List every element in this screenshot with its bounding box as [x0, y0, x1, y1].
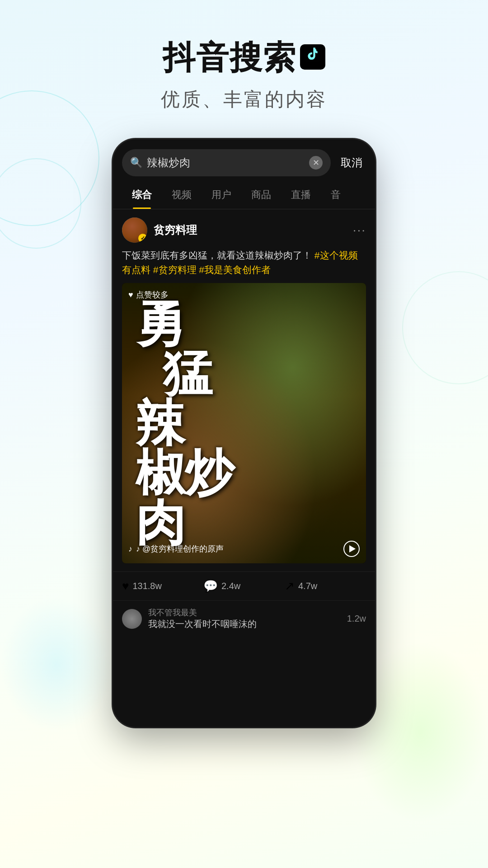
video-line1: 勇: [136, 299, 233, 349]
tiktok-logo-icon: [300, 44, 325, 70]
share-icon: ↗: [285, 579, 295, 593]
tab-用户[interactable]: 用户: [202, 181, 241, 209]
comment-preview-row: 我不管我最美 我就没一次看时不咽唾沫的 1.2w: [113, 600, 375, 637]
stats-bar: ♥ 131.8w 💬 2.4w ↗ 4.7w: [113, 571, 375, 600]
main-title-row: 抖音搜索: [0, 36, 488, 80]
tab-综合[interactable]: 综合: [122, 181, 162, 209]
video-footer: ♪ ♪ @贫穷料理创作的原声: [128, 541, 360, 557]
user-avatar: ✓: [122, 217, 147, 243]
comment-content: 我不管我最美 我就没一次看时不咽唾沫的: [148, 607, 257, 630]
like-icon: ♥: [122, 579, 129, 593]
search-input-wrapper[interactable]: 🔍 辣椒炒肉 ✕: [122, 149, 331, 176]
search-tabs: 综合 视频 用户 商品 直播 音: [113, 181, 375, 209]
tab-商品[interactable]: 商品: [241, 181, 281, 209]
sound-info: ♪ ♪ @贫穷料理创作的原声: [128, 543, 224, 554]
search-clear-button[interactable]: ✕: [309, 156, 323, 170]
search-query: 辣椒炒肉: [147, 156, 305, 170]
phone-screen: 🔍 辣椒炒肉 ✕ 取消 综合 视频 用户: [113, 139, 375, 727]
commenter-avatar: [122, 609, 142, 629]
shares-stat[interactable]: ↗ 4.7w: [285, 579, 366, 593]
post-user-card: ✓ 贫穷料理 ···: [122, 217, 366, 243]
video-title-overlay: 勇 猛 辣 椒炒 肉: [122, 283, 366, 563]
clear-icon: ✕: [313, 158, 319, 168]
comments-count: 2.4w: [221, 581, 240, 591]
video-cn-text: 勇 猛 辣 椒炒 肉: [136, 299, 233, 547]
video-line3: 辣: [136, 398, 233, 448]
post-main-text: 下饭菜到底有多凶猛，就看这道辣椒炒肉了！: [122, 250, 312, 260]
video-char-meng: 猛: [163, 349, 211, 398]
verified-badge: ✓: [138, 234, 147, 243]
play-triangle-icon: [349, 545, 356, 552]
likes-count: 131.8w: [132, 581, 162, 591]
phone-mockup: 🔍 辣椒炒肉 ✕ 取消 综合 视频 用户: [113, 139, 375, 727]
video-line5: 肉: [136, 498, 233, 547]
app-title: 抖音搜索: [163, 36, 296, 80]
bg-blob-left: [0, 597, 113, 732]
cancel-button[interactable]: 取消: [337, 154, 366, 172]
comments-stat[interactable]: 💬 2.4w: [203, 579, 285, 593]
comment-icon: 💬: [203, 579, 218, 593]
commenter-username: 我不管我最美: [148, 607, 257, 618]
likes-stat[interactable]: ♥ 131.8w: [122, 579, 203, 593]
tab-视频[interactable]: 视频: [162, 181, 202, 209]
username[interactable]: 贫穷料理: [154, 223, 197, 237]
comment-interaction-count: 1.2w: [347, 613, 366, 624]
video-thumbnail[interactable]: ♥ 点赞较多 勇 猛 辣 椒炒 肉: [122, 283, 366, 563]
comment-text: 我就没一次看时不咽唾沫的: [148, 618, 257, 630]
shares-count: 4.7w: [298, 581, 317, 591]
video-line2-row: 猛: [136, 349, 233, 398]
video-line4: 椒炒: [136, 448, 233, 498]
tiktok-music-icon: ♪: [128, 544, 132, 554]
tab-直播[interactable]: 直播: [281, 181, 321, 209]
search-bar: 🔍 辣椒炒肉 ✕ 取消: [113, 139, 375, 181]
search-icon: 🔍: [130, 157, 142, 169]
svg-rect-0: [304, 44, 322, 62]
sound-text: ♪ @贫穷料理创作的原声: [136, 543, 224, 554]
more-options-icon[interactable]: ···: [353, 223, 366, 237]
tab-音[interactable]: 音: [321, 181, 351, 209]
search-results: ✓ 贫穷料理 ··· 下饭菜到底有多凶猛，就看这道辣椒炒肉了！ #这个视频有点料…: [113, 209, 375, 571]
play-button[interactable]: [343, 541, 360, 557]
post-description: 下饭菜到底有多凶猛，就看这道辣椒炒肉了！ #这个视频有点料 #贫穷料理 #我是美…: [122, 248, 366, 277]
